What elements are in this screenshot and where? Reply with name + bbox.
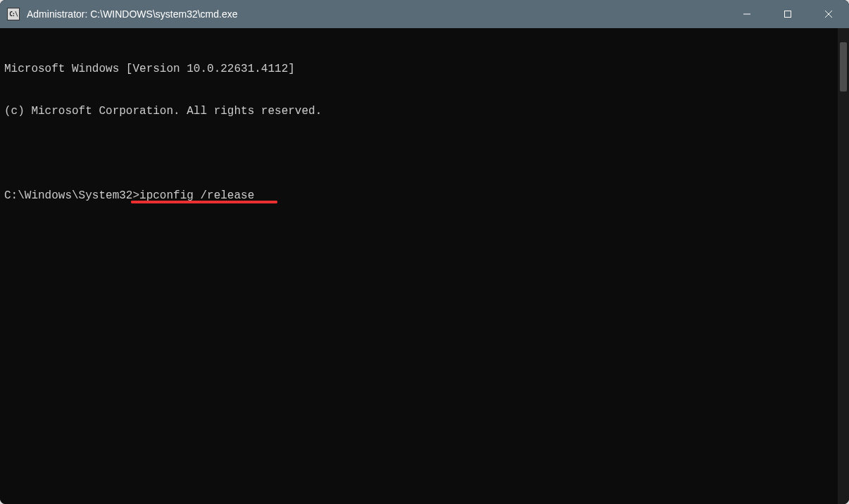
client-area: Microsoft Windows [Version 10.0.22631.41… [0, 28, 849, 504]
vertical-scrollbar[interactable] [838, 28, 849, 504]
scrollbar-thumb[interactable] [840, 42, 847, 92]
maximize-icon [784, 10, 792, 18]
minimize-button[interactable] [727, 0, 767, 28]
close-button[interactable] [808, 0, 849, 28]
close-icon [824, 10, 833, 18]
prompt-text: C:\Windows\System32> [4, 189, 139, 202]
terminal-prompt-line: C:\Windows\System32>ipconfig /release [4, 189, 834, 203]
window-controls [727, 0, 849, 28]
cmd-icon: C:\ [7, 8, 20, 20]
terminal-line: Microsoft Windows [Version 10.0.22631.41… [4, 62, 834, 76]
cmd-icon-text: C:\ [9, 11, 17, 18]
minimize-icon [743, 10, 751, 18]
command-prompt-window: C:\ Administrator: C:\WINDOWS\system32\c… [0, 0, 849, 504]
svg-rect-1 [785, 11, 791, 18]
window-title: Administrator: C:\WINDOWS\system32\cmd.e… [27, 8, 727, 20]
underline-annotation [131, 201, 277, 203]
maximize-button[interactable] [767, 0, 808, 28]
terminal-line: (c) Microsoft Corporation. All rights re… [4, 104, 834, 118]
terminal-blank-line [4, 146, 834, 160]
terminal-output[interactable]: Microsoft Windows [Version 10.0.22631.41… [0, 28, 838, 504]
titlebar[interactable]: C:\ Administrator: C:\WINDOWS\system32\c… [0, 0, 849, 28]
